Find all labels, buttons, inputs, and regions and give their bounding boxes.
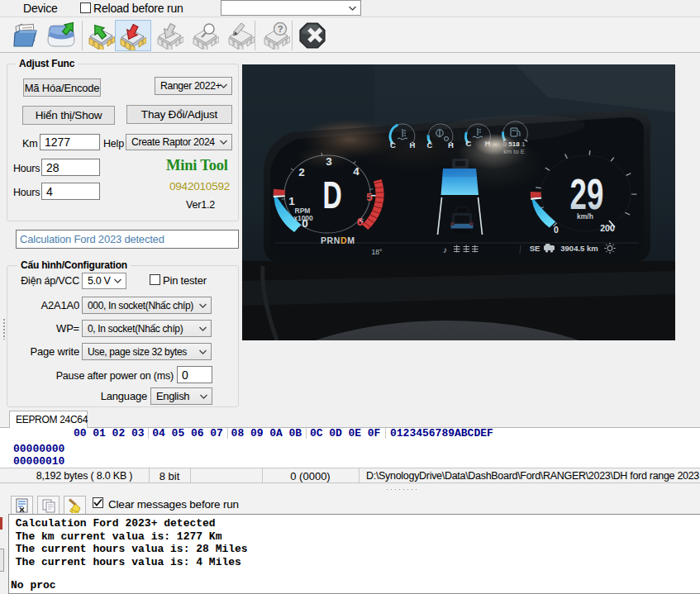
svg-text:3904.5 km: 3904.5 km: [560, 244, 598, 253]
svg-text:C: C: [427, 140, 433, 150]
svg-text:0: 0: [554, 225, 559, 235]
svg-text:5: 5: [366, 191, 373, 203]
svg-text:6: 6: [357, 216, 364, 228]
svg-text:C: C: [390, 140, 396, 150]
svg-text:4: 4: [353, 165, 360, 178]
svg-text:200: 200: [600, 223, 615, 233]
svg-text:H: H: [410, 140, 416, 150]
svg-text:PRNDM: PRNDM: [321, 235, 355, 245]
svg-text:29: 29: [570, 171, 604, 217]
svg-text:♪: ♪: [443, 245, 447, 254]
svg-text:km/h: km/h: [577, 212, 593, 221]
svg-text:x1000: x1000: [293, 214, 313, 222]
svg-text:1: 1: [288, 195, 295, 207]
svg-text:?: ?: [278, 24, 283, 34]
svg-text:D: D: [322, 173, 341, 216]
svg-text:3: 3: [326, 155, 332, 168]
svg-text:18°: 18°: [372, 248, 383, 256]
svg-text:2: 2: [298, 166, 305, 178]
svg-text:SE: SE: [530, 244, 540, 253]
